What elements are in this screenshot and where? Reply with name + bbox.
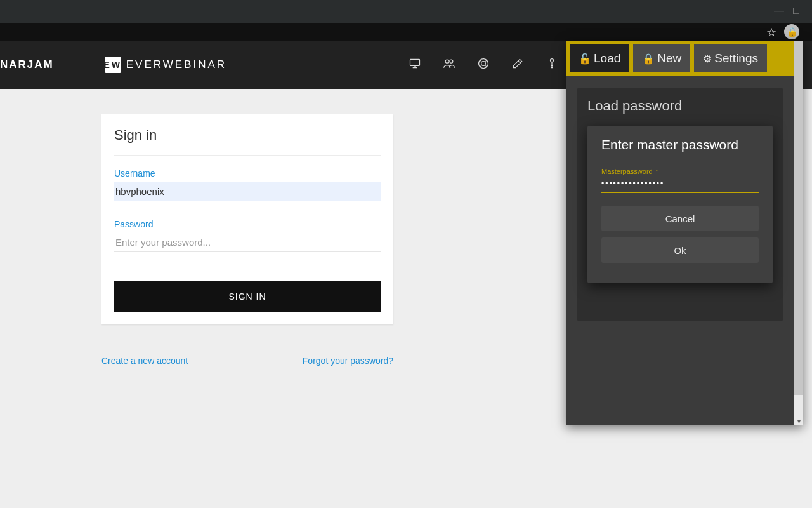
password-label: Password [114, 219, 381, 229]
forgot-password-link[interactable]: Forgot your password? [303, 356, 393, 366]
header-icon-row [409, 41, 558, 89]
masterpassword-label-row: Masterpassword * [601, 165, 759, 177]
tab-new[interactable]: 🔒 New [633, 44, 690, 72]
extension-popup: 🔓 Load 🔒 New ⚙ Settings Load password En… [566, 41, 803, 425]
tab-new-label: New [657, 51, 681, 65]
scrollbar-thumb[interactable] [794, 41, 803, 395]
divider [114, 155, 381, 156]
browser-titlebar: — □ [0, 0, 812, 23]
extension-lock-icon[interactable]: 🔒 [784, 24, 799, 39]
create-account-link[interactable]: Create a new account [102, 356, 188, 366]
extension-body: Load password Enter master password Mast… [566, 76, 794, 333]
signin-card: Sign in Username Password SIGN IN [102, 114, 393, 324]
edit-icon[interactable] [511, 57, 524, 73]
panel-title: Load password [587, 98, 773, 114]
svg-point-2 [450, 60, 453, 63]
required-asterisk: * [655, 168, 658, 175]
gear-icon: ⚙ [703, 53, 712, 65]
window-minimize-icon[interactable]: — [774, 5, 784, 17]
masterpassword-label: Masterpassword [601, 168, 653, 175]
svg-rect-0 [410, 59, 420, 65]
monitor-icon[interactable] [409, 57, 421, 73]
signin-links: Create a new account Forgot your passwor… [102, 356, 393, 366]
tab-load[interactable]: 🔓 Load [570, 44, 629, 72]
signin-button[interactable]: SIGN IN [114, 281, 381, 312]
ok-button[interactable]: Ok [601, 237, 759, 263]
bookmark-star-icon[interactable]: ☆ [766, 25, 776, 39]
password-field-wrap [114, 233, 381, 252]
key-icon[interactable] [546, 57, 558, 73]
master-password-card: Enter master password Masterpassword * C… [587, 126, 773, 283]
signin-title: Sign in [114, 127, 381, 144]
cancel-button[interactable]: Cancel [601, 206, 759, 231]
tab-settings[interactable]: ⚙ Settings [694, 44, 767, 72]
svg-point-5 [551, 58, 554, 62]
users-icon[interactable] [443, 57, 455, 73]
unlock-icon: 🔓 [579, 53, 591, 65]
browser-toolbar: ☆ 🔒 [0, 23, 812, 41]
masterpassword-input[interactable] [601, 177, 759, 193]
brand-logo[interactable]: EW EVERWEBINAR [105, 57, 226, 73]
password-input[interactable] [114, 233, 381, 251]
brand-left-text: NARJAM [0, 58, 54, 71]
inner-title: Enter master password [601, 137, 759, 152]
username-input[interactable] [114, 182, 381, 201]
brand-text: EVERWEBINAR [126, 58, 226, 71]
scrollbar-down-arrow-icon[interactable]: ▾ [794, 417, 803, 425]
window-maximize-icon[interactable]: □ [793, 5, 799, 17]
lock-icon: 🔒 [642, 53, 655, 65]
username-label: Username [114, 168, 381, 178]
username-field-wrap [114, 182, 381, 201]
svg-point-4 [481, 61, 486, 65]
tab-load-label: Load [594, 51, 620, 65]
extension-tabs: 🔓 Load 🔒 New ⚙ Settings [566, 41, 794, 76]
brand-mark: EW [105, 57, 121, 73]
lifebuoy-icon[interactable] [477, 57, 490, 73]
load-password-panel: Load password Enter master password Mast… [577, 88, 783, 321]
tab-settings-label: Settings [714, 51, 758, 65]
extension-scrollbar[interactable]: ▾ [794, 41, 803, 425]
svg-point-1 [445, 60, 449, 63]
